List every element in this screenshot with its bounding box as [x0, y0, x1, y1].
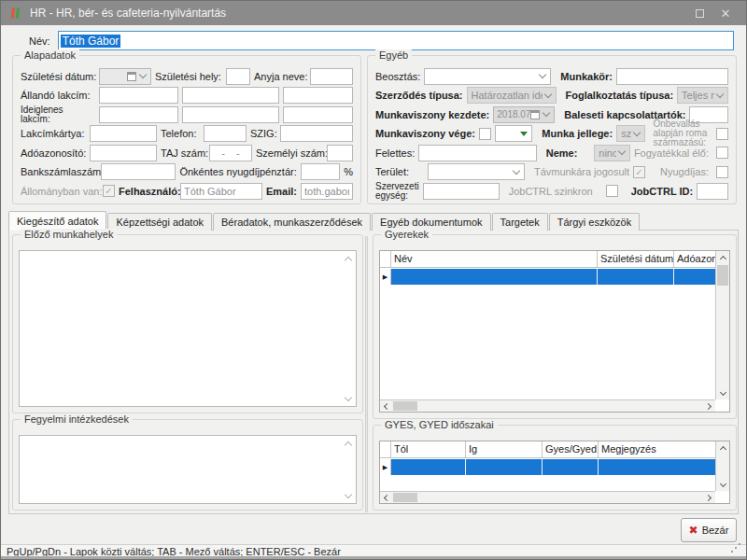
- permanent-address-input-3[interactable]: [283, 87, 353, 104]
- birth-date-input[interactable]: [99, 68, 151, 85]
- chevron-down-icon: [541, 113, 552, 116]
- form-row: Adóazonosító: TAJ szám: - - Személyi szá…: [21, 144, 353, 161]
- horizontal-scrollbar[interactable]: [380, 399, 715, 412]
- column-header-megjegyzes[interactable]: Megjegyzés: [599, 441, 715, 457]
- column-header-ig[interactable]: Ig: [466, 441, 543, 457]
- temporary-address-input-3[interactable]: [283, 106, 353, 123]
- scrollbar-thumb[interactable]: [717, 265, 728, 286]
- employment-end-combo[interactable]: [495, 125, 532, 142]
- previous-workplaces-title: Előző munkahelyek: [21, 229, 117, 240]
- vertical-scrollbar[interactable]: [715, 441, 729, 491]
- area-combo[interactable]: [428, 163, 525, 180]
- calendar-icon: [127, 72, 136, 81]
- scroll-up-icon[interactable]: [716, 251, 729, 264]
- children-grid: Név Születési dátum Adóazonos ▶: [379, 250, 730, 413]
- disciplinary-actions-textarea[interactable]: [19, 435, 357, 504]
- title-bar[interactable]: HR - HR, bér- és cafeteria-nyilvántartás…: [1, 1, 746, 25]
- maximize-button[interactable]: [686, 3, 712, 23]
- tab-beradatok[interactable]: Béradatok, munkaszerződések: [213, 213, 371, 231]
- egyeb-title: Egyéb: [375, 49, 412, 61]
- personal-number-input[interactable]: [327, 145, 353, 161]
- children-groupbox: Gyerekek Név Születési dátum Adóazonos ▶: [373, 234, 737, 419]
- gyes-title: GYES, GYED időszakai: [381, 419, 498, 430]
- tab-kiegeszito-adatok[interactable]: Kiegészítő adatok: [8, 211, 106, 231]
- gyes-selected-row[interactable]: ▶: [380, 459, 715, 475]
- scroll-down-icon[interactable]: [716, 478, 729, 491]
- taj-number-label: TAJ szám:: [161, 147, 205, 159]
- temporary-address-input-1[interactable]: [99, 106, 178, 123]
- email-input[interactable]: toth.gabor@pctrade.h: [301, 183, 353, 200]
- phone-input[interactable]: [204, 125, 247, 142]
- birth-place-input[interactable]: [226, 68, 250, 85]
- form-row: Lakcímkártya: Telefon: SZIG:: [21, 125, 353, 143]
- taj-number-input[interactable]: - -: [209, 145, 252, 161]
- vertical-scrollbar[interactable]: [715, 251, 729, 399]
- name-input[interactable]: Tóth Gábor: [58, 31, 734, 50]
- chevron-down-icon: [714, 94, 726, 97]
- children-selected-row[interactable]: ▶: [380, 269, 715, 285]
- jobctrl-sync-checkbox[interactable]: [606, 185, 618, 197]
- mother-name-input[interactable]: [310, 68, 353, 85]
- dropdown-arrow-icon: [518, 128, 529, 140]
- close-button[interactable]: ✕: [712, 3, 739, 23]
- org-unit-input[interactable]: [423, 183, 500, 200]
- jobctrl-id-input[interactable]: [697, 183, 728, 200]
- pension-fund-input[interactable]: [301, 163, 340, 180]
- scroll-right-icon[interactable]: [703, 492, 715, 503]
- name-row: Név: Tóth Gábor: [1, 30, 746, 51]
- username-input[interactable]: Tóth Gábor: [180, 183, 262, 200]
- form-row: Állományban van: ✓ Felhasználó: Tóth Gáb…: [21, 182, 353, 200]
- id-card-label: SZIG:: [250, 128, 276, 139]
- permanent-address-input-1[interactable]: [99, 87, 178, 104]
- retired-checkbox[interactable]: [716, 166, 728, 178]
- supervisor-label: Felettes:: [375, 147, 415, 159]
- form-row: Felettes: Neme: ninc Fogyatékkal élő:: [375, 144, 728, 161]
- tab-targyi-eszkozok[interactable]: Tárgyi eszközök: [549, 213, 640, 231]
- scroll-down-icon[interactable]: [344, 395, 353, 402]
- row-indicator-header: [380, 441, 391, 457]
- supervisor-input[interactable]: [418, 145, 537, 161]
- id-card-input[interactable]: [280, 125, 353, 142]
- employment-end-checkbox[interactable]: [479, 128, 491, 140]
- scroll-up-icon[interactable]: [344, 440, 353, 447]
- chevron-down-icon: [543, 94, 554, 97]
- previous-workplaces-textarea[interactable]: [19, 250, 357, 407]
- column-header-szuletesi-datum[interactable]: Születési dátum: [598, 251, 674, 267]
- scroll-up-icon[interactable]: [344, 255, 353, 262]
- scroll-down-icon[interactable]: [344, 492, 353, 499]
- scrollbar-thumb[interactable]: [393, 401, 417, 411]
- work-nature-label: Munka jellege:: [542, 128, 613, 139]
- horizontal-scrollbar[interactable]: [380, 491, 715, 503]
- column-header-gyes-gyed[interactable]: Gyes/Gyed: [543, 441, 599, 457]
- column-header-tol[interactable]: Tól: [391, 441, 466, 457]
- maximize-icon: [696, 9, 704, 18]
- temporary-address-label: Ideiglenes lakcím:: [21, 105, 95, 124]
- employment-start-date: 2018.07.01.: [493, 106, 555, 123]
- column-header-adoazonosito[interactable]: Adóazonos: [674, 251, 715, 267]
- tab-kepzettsegi-adatok[interactable]: Képzettségi adatok: [107, 213, 212, 231]
- scroll-left-icon[interactable]: [380, 492, 392, 503]
- roma-checkbox[interactable]: [716, 128, 728, 140]
- disability-checkbox[interactable]: [716, 147, 728, 159]
- bank-account-input[interactable]: [101, 163, 176, 180]
- close-x-icon: ✖: [689, 525, 698, 536]
- close-form-button[interactable]: ✖ Bezár: [681, 518, 737, 542]
- employment-end-label: Munkaviszony vége:: [375, 128, 475, 139]
- job-role-label: Munkakör:: [560, 71, 613, 82]
- scroll-up-icon[interactable]: [716, 441, 729, 455]
- scroll-down-icon[interactable]: [716, 386, 729, 399]
- column-header-nev[interactable]: Név: [391, 251, 598, 267]
- panel-splitter[interactable]: [365, 236, 368, 512]
- address-card-input[interactable]: [90, 125, 157, 142]
- permanent-address-input-2[interactable]: [182, 87, 279, 104]
- jobctrl-id-label: JobCTRL ID:: [631, 186, 693, 197]
- scroll-left-icon[interactable]: [380, 400, 392, 412]
- tax-id-input[interactable]: [90, 145, 157, 161]
- temporary-address-input-2[interactable]: [182, 106, 279, 123]
- scroll-right-icon[interactable]: [703, 400, 715, 412]
- tab-targetek[interactable]: Targetek: [492, 213, 548, 231]
- job-role-input[interactable]: [616, 68, 728, 85]
- position-combo[interactable]: [424, 68, 551, 85]
- scrollbar-thumb[interactable]: [393, 493, 417, 502]
- resize-grip[interactable]: [731, 542, 742, 553]
